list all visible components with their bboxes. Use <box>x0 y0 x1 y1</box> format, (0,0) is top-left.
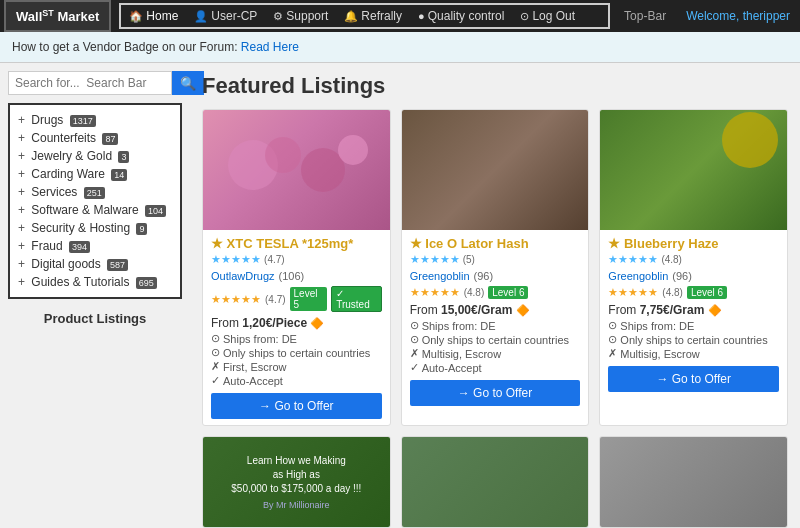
search-input[interactable] <box>8 71 172 95</box>
category-guides[interactable]: + Guides & Tutorials 695 <box>18 273 172 291</box>
price-row-ice: From 15,00€/Gram 🔶 <box>410 303 581 317</box>
detail1-blueberry: ⊙ Only ships to certain countries <box>608 333 779 346</box>
product-card-blueberry: ★ Blueberry Haze ★★★★★ (4.8) Greengoblin… <box>599 109 788 426</box>
welcome-message: Welcome, theripper <box>676 9 800 23</box>
price-row-xtc: From 1,20€/Piece 🔶 <box>211 316 382 330</box>
featured-title: Featured Listings <box>202 73 788 99</box>
stars-xtc: ★★★★★ <box>211 253 261 265</box>
cat-plus-icon: + <box>18 131 25 145</box>
ships-xtc: ⊙ Ships from: DE <box>211 332 382 345</box>
product-image-blueberry <box>600 110 787 230</box>
cat-plus-icon: + <box>18 221 25 235</box>
username: theripper <box>743 9 790 23</box>
product-image-xtc <box>203 110 390 230</box>
star-row-blueberry: ★★★★★ (4.8) <box>608 253 779 266</box>
search-box: 🔍 <box>8 71 182 95</box>
ships-ice: ⊙ Ships from: DE <box>410 319 581 332</box>
category-counterfeits[interactable]: + Counterfeits 87 <box>18 129 172 147</box>
seller-row-blueberry: Greengoblin (96) <box>608 270 779 282</box>
category-services[interactable]: + Services 251 <box>18 183 172 201</box>
ships-blueberry: ⊙ Ships from: DE <box>608 319 779 332</box>
detail1-xtc: ⊙ Only ships to certain countries <box>211 346 382 359</box>
seller-name-xtc[interactable]: OutlawDrugz <box>211 270 275 282</box>
svg-point-2 <box>265 137 301 173</box>
go-offer-btn-blueberry[interactable]: → Go to Offer <box>608 366 779 392</box>
product-grid: ★ XTC TESLA *125mg* ★★★★★ (4.7) OutlawDr… <box>202 109 788 528</box>
seller-name-blueberry[interactable]: Greengoblin <box>608 270 668 282</box>
go-offer-btn-ice[interactable]: → Go to Offer <box>410 380 581 406</box>
logout-icon: ⊙ <box>520 10 529 23</box>
main-content: Featured Listings ★ XTC TESLA *125mg* <box>190 63 800 528</box>
nav-refrally[interactable]: 🔔 Refrally <box>336 5 410 27</box>
category-jewelry[interactable]: + Jewelry & Gold 3 <box>18 147 172 165</box>
svg-point-3 <box>301 148 345 192</box>
bottom-card-3-image <box>600 437 787 527</box>
support-icon: ⚙ <box>273 10 283 23</box>
detail2-ice: ✗ Multisig, Escrow <box>410 347 581 360</box>
home-icon: 🏠 <box>129 10 143 23</box>
price-row-blueberry: From 7,75€/Gram 🔶 <box>608 303 779 317</box>
category-fraud[interactable]: + Fraud 394 <box>18 237 172 255</box>
banner-ad-sub: By Mr Millionaire <box>263 500 330 510</box>
detail3-xtc: ✓ Auto-Accept <box>211 374 382 387</box>
nav-support[interactable]: ⚙ Support <box>265 5 336 27</box>
detail3-ice: ✓ Auto-Accept <box>410 361 581 374</box>
nav-user-cp[interactable]: 👤 User-CP <box>186 5 265 27</box>
bottom-card-2-image <box>402 437 589 527</box>
vendor-badge-link[interactable]: Read Here <box>241 40 299 54</box>
vendor-banner: How to get a Vendor Badge on our Forum: … <box>0 32 800 63</box>
star-row-ice: ★★★★★ (5) <box>410 253 581 266</box>
svg-rect-5 <box>402 110 589 230</box>
seller-row-ice: Greengoblin (96) <box>410 270 581 282</box>
cat-plus-icon: + <box>18 239 25 253</box>
logo-sup: ST <box>42 8 54 18</box>
star-row-xtc: ★★★★★ (4.7) <box>211 253 382 266</box>
top-bar: WallST Market 🏠 Home 👤 User-CP ⚙ Support… <box>0 0 800 32</box>
product-title-blueberry[interactable]: ★ Blueberry Haze <box>608 236 779 251</box>
cat-plus-icon: + <box>18 167 25 181</box>
seller-name-ice[interactable]: Greengoblin <box>410 270 470 282</box>
product-title-ice[interactable]: ★ Ice O Lator Hash <box>410 236 581 251</box>
product-body-ice: ★ Ice O Lator Hash ★★★★★ (5) Greengoblin… <box>402 230 589 412</box>
go-offer-btn-xtc[interactable]: → Go to Offer <box>211 393 382 419</box>
level-badge-ice: Level 6 <box>488 286 528 299</box>
level-badge-xtc: Level 5 <box>290 287 328 311</box>
product-card-ice-o-lator: ★ Ice O Lator Hash ★★★★★ (5) Greengoblin… <box>401 109 590 426</box>
quality-icon: ● <box>418 10 425 22</box>
cat-plus-icon: + <box>18 203 25 217</box>
nav-menu: 🏠 Home 👤 User-CP ⚙ Support 🔔 Refrally ● … <box>119 3 610 29</box>
site-logo[interactable]: WallST Market <box>4 0 111 32</box>
category-carding[interactable]: + Carding Ware 14 <box>18 165 172 183</box>
product-listings-label: Product Listings <box>8 307 182 330</box>
banner-ad-image: Learn How we Makingas High as$50,000 to … <box>203 437 390 527</box>
cat-plus-icon: + <box>18 257 25 271</box>
product-card-bottom-3 <box>599 436 788 528</box>
sidebar: 🔍 + Drugs 1317 + Counterfeits 87 + Jewel… <box>0 63 190 528</box>
product-card-xtc-tesla: ★ XTC TESLA *125mg* ★★★★★ (4.7) OutlawDr… <box>202 109 391 426</box>
product-card-banner-ad: Learn How we Makingas High as$50,000 to … <box>202 436 391 528</box>
seller-stars-xtc: ★★★★★ <box>211 293 261 306</box>
category-drugs[interactable]: + Drugs 1317 <box>18 111 172 129</box>
product-image-ice <box>402 110 589 230</box>
cat-plus-icon: + <box>18 185 25 199</box>
product-title-xtc[interactable]: ★ XTC TESLA *125mg* <box>211 236 382 251</box>
svg-point-7 <box>722 112 778 168</box>
cat-plus-icon: + <box>18 149 25 163</box>
detail2-blueberry: ✗ Multisig, Escrow <box>608 347 779 360</box>
price-icon-xtc: 🔶 <box>310 317 324 329</box>
banner-ad-text: Learn How we Makingas High as$50,000 to … <box>231 454 361 496</box>
product-body-blueberry: ★ Blueberry Haze ★★★★★ (4.8) Greengoblin… <box>600 230 787 398</box>
main-layout: 🔍 + Drugs 1317 + Counterfeits 87 + Jewel… <box>0 63 800 528</box>
category-software[interactable]: + Software & Malware 104 <box>18 201 172 219</box>
product-body-xtc: ★ XTC TESLA *125mg* ★★★★★ (4.7) OutlawDr… <box>203 230 390 425</box>
nav-logout[interactable]: ⊙ Log Out <box>512 5 583 27</box>
category-security[interactable]: + Security & Hosting 9 <box>18 219 172 237</box>
trusted-badge-xtc: ✓ Trusted <box>331 286 382 312</box>
detail2-xtc: ✗ First, Escrow <box>211 360 382 373</box>
nav-home[interactable]: 🏠 Home <box>121 5 186 27</box>
top-bar-label: Top-Bar <box>614 9 676 23</box>
product-card-bottom-2 <box>401 436 590 528</box>
category-digital[interactable]: + Digital goods 587 <box>18 255 172 273</box>
user-icon: 👤 <box>194 10 208 23</box>
nav-quality-control[interactable]: ● Quality control <box>410 5 512 27</box>
